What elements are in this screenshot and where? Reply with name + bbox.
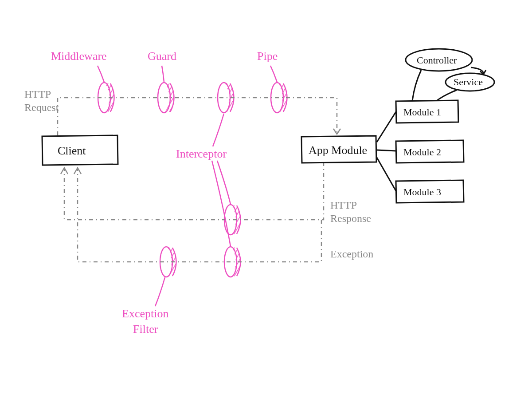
label-http-response-1: HTTP	[330, 199, 357, 211]
leader-interceptor-top	[213, 114, 224, 146]
leader-pipe	[270, 66, 277, 82]
leader-exception-filter	[155, 277, 165, 306]
label-exception-filter-2: Filter	[133, 323, 158, 336]
connector-mod3	[377, 158, 396, 191]
label-guard: Guard	[148, 50, 176, 63]
connector-controller	[412, 70, 421, 101]
leader-middleware	[98, 66, 104, 82]
label-exception-filter-1: Exception	[122, 307, 168, 320]
service-label: Service	[454, 76, 483, 87]
label-http-response-2: Response	[330, 213, 371, 224]
path-http-response	[64, 162, 324, 220]
module3-label: Module 3	[403, 186, 441, 198]
controller-label: Controller	[417, 55, 457, 66]
label-http-request-2: Request	[24, 102, 59, 113]
path-exception	[78, 169, 321, 262]
path-http-request	[58, 98, 337, 135]
ring-pipe	[271, 83, 287, 113]
connector-mod1	[377, 112, 396, 142]
module1-label: Module 1	[403, 107, 441, 118]
leader-guard	[162, 66, 164, 82]
ring-interceptor-response	[224, 205, 241, 235]
label-pipe: Pipe	[257, 50, 278, 63]
client-label: Client	[58, 144, 86, 157]
module2-label: Module 2	[403, 146, 441, 158]
label-exception: Exception	[330, 248, 373, 260]
connector-service	[437, 90, 457, 101]
app-module-label: App Module	[309, 144, 367, 157]
connector-mod2	[377, 150, 396, 151]
label-http-request-1: HTTP	[24, 88, 51, 100]
label-interceptor: Interceptor	[176, 147, 227, 160]
label-middleware: Middleware	[51, 50, 107, 63]
leader-interceptor-resp	[217, 161, 231, 204]
